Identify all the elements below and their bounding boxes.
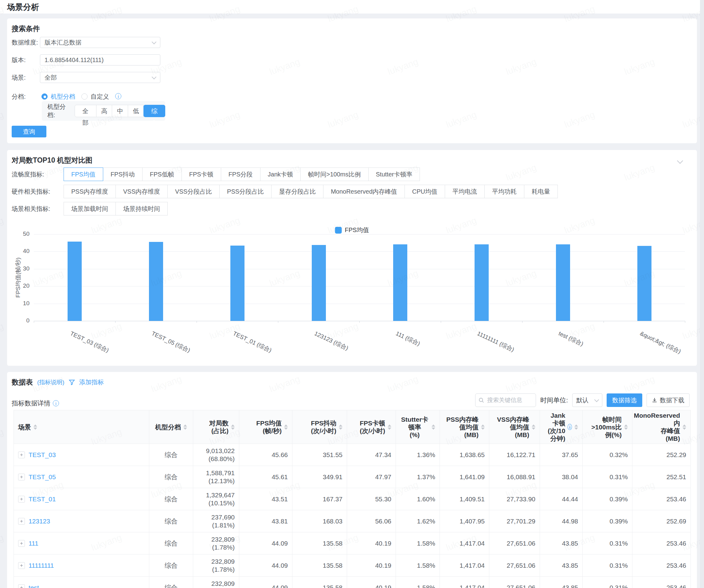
expand-icon[interactable]: +: [18, 540, 25, 547]
version-input[interactable]: 1.6.8854404.112(111): [40, 54, 160, 65]
y-axis-tick-label: 40: [11, 248, 30, 255]
info-icon[interactable]: i: [115, 93, 121, 99]
dimension-select[interactable]: 版本汇总数据: [40, 37, 160, 48]
matches-cell: 1,329,647(10.15%): [193, 488, 239, 510]
metric-cell: 252.51: [633, 466, 691, 488]
column-header[interactable]: 对局数(占比): [193, 410, 239, 444]
metric-description-link[interactable]: (指标说明): [37, 378, 64, 386]
scene-cell-content: +123123: [18, 518, 145, 525]
add-metric-link[interactable]: 添加指标: [79, 378, 104, 386]
metric-cell: 45.66: [239, 444, 292, 466]
scene-link[interactable]: 11111111: [28, 562, 54, 569]
column-header[interactable]: FPS均值(帧/秒): [239, 410, 292, 444]
tier-option[interactable]: 高: [96, 105, 112, 117]
sort-carets-icon[interactable]: [431, 424, 435, 430]
metric-tab[interactable]: FPS均值: [64, 167, 103, 181]
sort-carets-icon[interactable]: [34, 424, 37, 430]
metric-cell: 47.97: [347, 466, 396, 488]
sort-asc-icon: [574, 424, 578, 427]
gridline: [34, 234, 685, 234]
scene-select[interactable]: 全部: [40, 72, 160, 83]
column-header[interactable]: 场景: [14, 410, 149, 444]
sort-carets-icon[interactable]: [532, 424, 535, 430]
scrollbar-track[interactable]: [700, 0, 704, 588]
sort-desc-icon: [388, 428, 391, 430]
column-header-text: Jank卡顿(次/10分钟): [544, 412, 565, 442]
metric-cell: 167.37: [292, 488, 347, 510]
scene-link[interactable]: 111: [28, 540, 39, 547]
sort-asc-icon: [34, 424, 37, 427]
sort-carets-icon[interactable]: [481, 424, 485, 430]
column-header[interactable]: Stutter卡顿率(%): [396, 410, 440, 444]
sort-carets-icon[interactable]: [183, 424, 187, 430]
metric-cell: 253.46: [633, 577, 691, 588]
column-header[interactable]: 帧时间>100ms比例(%): [583, 410, 633, 444]
filter-funnel-icon[interactable]: [69, 379, 75, 385]
data-download-button[interactable]: 数据下载: [647, 393, 690, 407]
scene-cell-content: +11111111: [18, 562, 145, 569]
scene-link[interactable]: test: [28, 584, 39, 588]
chevron-down-icon: [152, 39, 157, 44]
y-axis-tick-label: 50: [11, 230, 30, 237]
tier-cell: 综合: [149, 554, 193, 577]
column-header[interactable]: FPS抖动(次/小时): [292, 410, 347, 444]
sort-carets-icon[interactable]: [231, 424, 235, 430]
query-button[interactable]: 查询: [12, 126, 46, 138]
keyword-search[interactable]: [475, 393, 536, 407]
metrics-table: 场景机型分档对局数(占比)FPS均值(帧/秒)FPS抖动(次/小时)FPS卡顿(…: [13, 410, 691, 588]
matches-cell: 237,690(1.81%): [193, 510, 239, 532]
expand-icon[interactable]: +: [18, 451, 25, 458]
expand-icon[interactable]: +: [18, 474, 25, 480]
chart-card: 对局数TOP10 机型对比图 流畅度指标:FPS均值FPS抖动FPS低帧FPS卡…: [7, 150, 697, 366]
expand-icon[interactable]: +: [18, 496, 25, 502]
info-icon[interactable]: i: [53, 400, 59, 406]
search-input[interactable]: [486, 396, 531, 404]
sort-carets-icon[interactable]: [339, 424, 343, 430]
tier-option[interactable]: 中: [112, 105, 128, 117]
time-unit-value: 默认: [576, 396, 588, 405]
metric-cell: 1,641.09: [440, 466, 489, 488]
tier-option[interactable]: 全部: [75, 105, 97, 117]
table-title: 数据表: [12, 377, 33, 387]
column-header[interactable]: 机型分档: [149, 410, 193, 444]
chevron-down-icon: [152, 74, 157, 79]
tier-option[interactable]: 低: [128, 105, 144, 117]
expand-icon[interactable]: +: [18, 518, 25, 525]
x-axis-label: 11111111 (综合): [476, 329, 515, 354]
column-header[interactable]: MonoReserved内存峰值(MB): [633, 410, 691, 444]
sort-carets-icon[interactable]: [683, 424, 686, 430]
column-header[interactable]: VSS内存峰值均值(MB): [489, 410, 540, 444]
scene-cell: +test: [14, 577, 149, 588]
data-filter-button[interactable]: 数据筛选: [607, 393, 642, 407]
column-header[interactable]: Jank卡顿(次/10分钟)i: [540, 410, 583, 444]
radio-custom[interactable]: 自定义: [81, 91, 109, 102]
scene-link[interactable]: TEST_05: [28, 473, 56, 481]
sort-carets-icon[interactable]: [574, 424, 578, 430]
matches-cell: 1,588,791(12.13%): [193, 466, 239, 488]
metric-cell: 1,638.65: [440, 444, 489, 466]
metric-cell: 0.32%: [583, 444, 633, 466]
column-header-content: VSS内存峰值均值(MB): [493, 416, 535, 439]
column-header[interactable]: FPS卡顿(次/小时): [347, 410, 396, 444]
metric-cell: 40.19: [347, 554, 396, 577]
x-axis-tick: [115, 321, 116, 323]
expand-icon[interactable]: +: [18, 584, 25, 588]
metric-cell: 43.85: [540, 554, 583, 577]
column-header[interactable]: PSS内存峰值均值(MB): [440, 410, 489, 444]
scene-link[interactable]: TEST_03: [28, 451, 56, 459]
gridline: [34, 269, 685, 269]
sort-carets-icon[interactable]: [624, 424, 628, 430]
scene-link[interactable]: 123123: [28, 518, 50, 525]
time-unit-select[interactable]: 默认: [572, 393, 602, 407]
tier-option[interactable]: 综合: [143, 105, 165, 117]
scene-link[interactable]: TEST_01: [28, 495, 56, 503]
radio-model-tier[interactable]: 机型分档: [42, 91, 75, 102]
metric-cell: 1.37%: [396, 466, 440, 488]
metric-cell: 43.81: [239, 510, 292, 532]
sort-carets-icon[interactable]: [388, 424, 391, 430]
info-icon[interactable]: i: [568, 424, 572, 430]
expand-icon[interactable]: +: [18, 562, 25, 569]
metric-cell: 349.91: [292, 466, 347, 488]
sort-carets-icon[interactable]: [284, 424, 288, 430]
metric-detail-row: 指标数据详情 i: [12, 399, 59, 408]
